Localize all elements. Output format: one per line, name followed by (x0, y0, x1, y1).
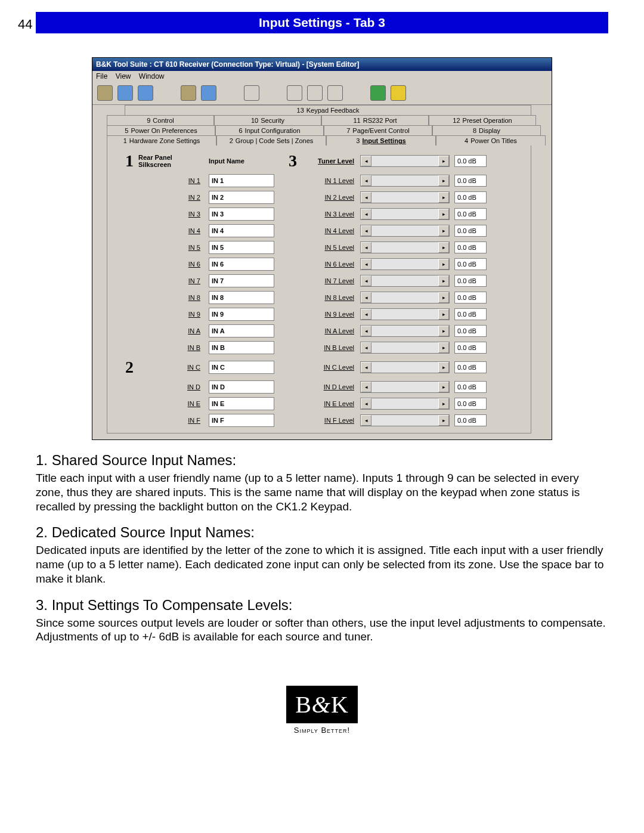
db-field[interactable]: 0.0 dB (454, 208, 487, 220)
level-slider[interactable]: ◂▸ (360, 258, 450, 270)
help-icon[interactable] (391, 85, 406, 101)
level-label[interactable]: IN 3 Level (302, 210, 355, 218)
level-label[interactable]: IN B Level (302, 344, 355, 351)
tuner-level-slider[interactable]: ◂ ▸ (360, 155, 450, 167)
arrow-right-icon[interactable]: ▸ (438, 259, 449, 270)
toolbar-icon[interactable] (287, 85, 302, 101)
silkscreen-label[interactable]: IN 8 (138, 294, 204, 301)
silkscreen-label[interactable]: IN F (138, 417, 204, 424)
level-slider[interactable]: ◂▸ (360, 308, 450, 320)
arrow-right-icon[interactable]: ▸ (438, 175, 449, 186)
db-field[interactable]: 0.0 dB (454, 342, 487, 354)
tab-preset-operation[interactable]: 12Preset Operation (429, 115, 536, 125)
arrow-right-icon[interactable]: ▸ (438, 242, 449, 253)
db-field[interactable]: 0.0 dB (454, 308, 487, 320)
input-name-field[interactable]: IN C (209, 361, 274, 374)
silkscreen-label[interactable]: IN 5 (138, 244, 204, 251)
db-field[interactable]: 0.0 dB (454, 292, 487, 304)
arrow-left-icon[interactable]: ◂ (361, 225, 371, 236)
silkscreen-label[interactable]: IN E (138, 400, 204, 407)
level-label[interactable]: IN 4 Level (302, 227, 355, 234)
level-slider[interactable]: ◂▸ (360, 191, 450, 203)
db-field[interactable]: 0.0 dB (454, 361, 487, 373)
input-name-field[interactable]: IN A (209, 324, 274, 337)
level-slider[interactable]: ◂▸ (360, 361, 450, 373)
db-field[interactable]: 0.0 dB (454, 325, 487, 337)
arrow-right-icon[interactable]: ▸ (438, 292, 449, 303)
silkscreen-label[interactable]: IN 2 (138, 194, 204, 201)
arrow-left-icon[interactable]: ◂ (361, 175, 371, 186)
input-name-field[interactable]: IN D (209, 380, 274, 394)
silkscreen-label[interactable]: IN 9 (138, 311, 204, 318)
input-name-field[interactable]: IN E (209, 397, 274, 410)
level-label[interactable]: IN D Level (302, 383, 355, 391)
input-name-field[interactable]: IN 5 (209, 241, 274, 254)
silkscreen-label[interactable]: IN 3 (138, 210, 204, 218)
silkscreen-label[interactable]: IN D (138, 383, 204, 391)
arrow-left-icon[interactable]: ◂ (361, 362, 371, 373)
menu-view[interactable]: View (116, 72, 131, 80)
toolbar-icon[interactable] (181, 85, 196, 101)
arrow-left-icon[interactable]: ◂ (361, 192, 371, 203)
arrow-left-icon[interactable]: ◂ (361, 242, 371, 253)
silkscreen-label[interactable]: IN A (138, 327, 204, 335)
arrow-right-icon[interactable]: ▸ (438, 309, 449, 320)
arrow-right-icon[interactable]: ▸ (438, 415, 449, 426)
toolbar-icon[interactable] (201, 85, 216, 101)
input-name-field[interactable]: IN 8 (209, 291, 274, 304)
tuner-db-field[interactable]: 0.0 dB (454, 155, 487, 167)
input-name-field[interactable]: IN 3 (209, 208, 274, 221)
toolbar-icon[interactable] (244, 85, 259, 101)
tab-power-on-titles[interactable]: 4Power On Titles (436, 135, 546, 145)
level-slider[interactable]: ◂▸ (360, 381, 450, 393)
level-slider[interactable]: ◂▸ (360, 275, 450, 287)
silkscreen-label[interactable]: IN B (138, 344, 204, 351)
level-slider[interactable]: ◂▸ (360, 175, 450, 187)
level-label[interactable]: IN 6 Level (302, 261, 355, 268)
level-label[interactable]: IN 1 Level (302, 177, 355, 184)
input-name-field[interactable]: IN F (209, 414, 274, 427)
arrow-left-icon[interactable]: ◂ (361, 382, 371, 392)
level-label[interactable]: IN C Level (302, 364, 355, 371)
arrow-right-icon[interactable]: ▸ (438, 275, 449, 286)
tab-input-configuration[interactable]: 6Input Configuration (215, 125, 324, 135)
input-name-field[interactable]: IN 1 (209, 174, 274, 187)
toolbar-icon[interactable] (307, 85, 323, 101)
arrow-right-icon[interactable]: ▸ (438, 225, 449, 236)
arrow-right-icon[interactable]: ▸ (438, 156, 449, 166)
db-field[interactable]: 0.0 dB (454, 241, 487, 253)
level-label[interactable]: IN E Level (302, 400, 355, 407)
level-slider[interactable]: ◂▸ (360, 292, 450, 304)
tab-rs232-port[interactable]: 11RS232 Port (321, 115, 429, 125)
input-name-field[interactable]: IN B (209, 341, 274, 354)
input-name-field[interactable]: IN 9 (209, 308, 274, 321)
arrow-left-icon[interactable]: ◂ (361, 415, 371, 426)
level-slider[interactable]: ◂▸ (360, 241, 450, 253)
menu-file[interactable]: File (96, 72, 107, 80)
arrow-left-icon[interactable]: ◂ (361, 156, 371, 166)
arrow-left-icon[interactable]: ◂ (361, 209, 371, 219)
arrow-left-icon[interactable]: ◂ (361, 275, 371, 286)
level-slider[interactable]: ◂▸ (360, 225, 450, 237)
arrow-left-icon[interactable]: ◂ (361, 292, 371, 303)
arrow-left-icon[interactable]: ◂ (361, 259, 371, 270)
level-label[interactable]: IN 2 Level (302, 194, 355, 201)
db-field[interactable]: 0.0 dB (454, 225, 487, 237)
db-field[interactable]: 0.0 dB (454, 191, 487, 203)
toolbar-icon[interactable] (370, 85, 386, 101)
silkscreen-label[interactable]: IN 7 (138, 277, 204, 284)
silkscreen-label[interactable]: IN 6 (138, 261, 204, 268)
tab-security[interactable]: 10Security (214, 115, 321, 125)
level-slider[interactable]: ◂▸ (360, 325, 450, 337)
silkscreen-label[interactable]: IN 4 (138, 227, 204, 234)
db-field[interactable]: 0.0 dB (454, 381, 487, 393)
db-field[interactable]: 0.0 dB (454, 275, 487, 287)
tab-control[interactable]: 9Control (107, 115, 214, 125)
toolbar-icon[interactable] (97, 85, 113, 101)
level-slider[interactable]: ◂▸ (360, 342, 450, 354)
tab-hardware-zone-settings[interactable]: 1Hardware Zone Settings (107, 135, 216, 145)
tab-power-on-preferences[interactable]: 5Power On Preferences (107, 125, 215, 135)
header-tuner-level[interactable]: Tuner Level (302, 157, 355, 165)
input-name-field[interactable]: IN 4 (209, 224, 274, 237)
level-label[interactable]: IN F Level (302, 417, 355, 424)
